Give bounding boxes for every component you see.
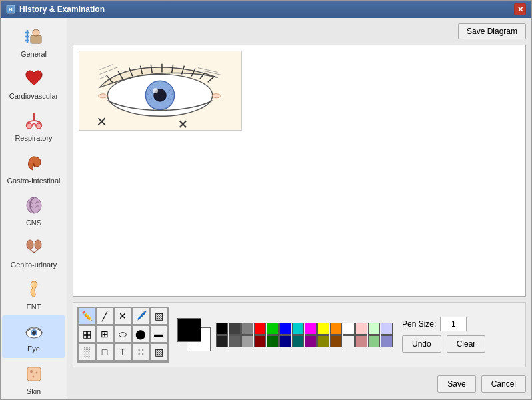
title-bar-left: H History & Examination xyxy=(6,5,105,14)
ent-icon xyxy=(22,277,46,301)
pen-size-area: Pen Size: Undo Clear xyxy=(402,317,485,353)
sidebar-label-general: General xyxy=(21,50,47,59)
grid-tool[interactable]: ⊞ xyxy=(97,326,113,342)
color-swatch[interactable] xyxy=(292,323,304,335)
sidebar-item-eye[interactable]: Eye xyxy=(2,315,65,357)
pattern1-tool[interactable]: ▧ xyxy=(151,308,167,324)
color-swatch[interactable] xyxy=(343,323,355,335)
sidebar-label-cns: CNS xyxy=(26,219,41,227)
color-swatch[interactable] xyxy=(381,335,393,347)
sidebar-item-ent[interactable]: ENT xyxy=(2,273,65,315)
svg-text:H: H xyxy=(9,7,13,13)
color-swatch[interactable] xyxy=(355,323,367,335)
foreground-color-box[interactable] xyxy=(177,318,201,342)
svg-point-10 xyxy=(36,123,41,129)
undo-button[interactable]: Undo xyxy=(402,335,441,353)
gastro-icon xyxy=(22,151,46,175)
sidebar-item-cardiovascular[interactable]: Cardiovascular xyxy=(2,63,65,105)
cross-tool[interactable]: ✕ xyxy=(115,308,131,324)
color-swatch[interactable] xyxy=(229,335,241,347)
close-button[interactable]: ✕ xyxy=(514,3,526,15)
window-title: History & Examination xyxy=(19,5,105,14)
pen-size-label: Pen Size: xyxy=(402,319,436,329)
color-swatch[interactable] xyxy=(330,323,342,335)
pen-size-input[interactable] xyxy=(440,317,467,331)
svg-point-22 xyxy=(30,370,33,373)
sidebar-item-gastro[interactable]: Gastro-intestinal xyxy=(2,147,65,189)
sidebar-label-gastro: Gastro-intestinal xyxy=(7,177,60,185)
current-colors xyxy=(177,318,211,351)
pencil-tool[interactable]: ✏️ xyxy=(79,308,95,324)
eye-icon xyxy=(22,319,46,343)
eraser-tool[interactable]: □ xyxy=(97,344,113,360)
color-swatch[interactable] xyxy=(305,323,317,335)
svg-point-12 xyxy=(27,240,33,249)
ellipse-tool[interactable]: ⬭ xyxy=(115,326,131,342)
sidebar-label-respiratory: Respiratory xyxy=(15,134,52,143)
pattern2-tool[interactable]: ░ xyxy=(79,344,95,360)
svg-point-13 xyxy=(35,240,41,249)
color-swatch[interactable] xyxy=(216,335,228,347)
color-swatch[interactable] xyxy=(330,335,342,347)
color-swatch[interactable] xyxy=(229,323,241,335)
svg-point-20 xyxy=(32,331,33,332)
sidebar-item-cns[interactable]: CNS xyxy=(2,189,65,231)
color-swatch[interactable] xyxy=(343,335,355,347)
fill-tool[interactable]: ▦ xyxy=(79,326,95,342)
bucket-tool[interactable]: ▧ xyxy=(151,344,167,360)
rect-tool[interactable]: ▬ xyxy=(151,326,167,342)
canvas-area[interactable] xyxy=(73,45,526,297)
svg-point-24 xyxy=(32,375,34,377)
main-window: H History & Examination ✕ xyxy=(0,0,532,400)
clear-button[interactable]: Clear xyxy=(447,335,486,353)
color-swatch[interactable] xyxy=(241,335,253,347)
sidebar-item-skin[interactable]: Skin xyxy=(2,358,65,400)
color-swatch[interactable] xyxy=(241,323,253,335)
color-swatch[interactable] xyxy=(267,335,279,347)
color-palette xyxy=(216,323,393,347)
sidebar-item-genito[interactable]: Genito-urinary xyxy=(2,231,65,273)
top-bar: Save Diagram xyxy=(73,23,526,39)
color-swatch[interactable] xyxy=(292,335,304,347)
color-swatch[interactable] xyxy=(317,323,329,335)
line-tool[interactable]: ╱ xyxy=(97,308,113,324)
color-swatch[interactable] xyxy=(317,335,329,347)
spray-tool[interactable]: ∷ xyxy=(133,344,149,360)
text-tool[interactable]: T xyxy=(115,344,131,360)
cardiovascular-icon xyxy=(22,67,46,91)
color-swatch[interactable] xyxy=(368,323,380,335)
color-swatch[interactable] xyxy=(279,323,291,335)
color-swatch[interactable] xyxy=(368,335,380,347)
svg-point-23 xyxy=(35,371,37,373)
color-swatch[interactable] xyxy=(355,335,367,347)
svg-point-16 xyxy=(31,283,34,286)
sidebar: General Cardiovascular xyxy=(1,18,67,399)
color-swatch[interactable] xyxy=(254,323,266,335)
cns-icon xyxy=(22,193,46,217)
save-button[interactable]: Save xyxy=(437,375,475,393)
respiratory-icon xyxy=(22,109,46,133)
eye-diagram xyxy=(79,51,242,131)
color-section xyxy=(177,318,393,351)
sidebar-label-ent: ENT xyxy=(27,303,41,311)
color-swatch[interactable] xyxy=(381,323,393,335)
sidebar-item-respiratory[interactable]: Respiratory xyxy=(2,105,65,147)
pen-tool[interactable]: 🖊️ xyxy=(133,308,149,324)
title-bar: H History & Examination ✕ xyxy=(1,1,531,18)
cancel-button[interactable]: Cancel xyxy=(481,375,526,393)
save-diagram-button[interactable]: Save Diagram xyxy=(458,23,526,39)
content-area: General Cardiovascular xyxy=(1,18,531,399)
pen-size-row: Pen Size: xyxy=(402,317,485,331)
oval-tool[interactable]: ⬤ xyxy=(133,326,149,342)
sidebar-item-general[interactable]: General xyxy=(2,21,65,63)
main-panel: Save Diagram xyxy=(67,18,531,399)
color-swatch[interactable] xyxy=(279,335,291,347)
color-swatch[interactable] xyxy=(216,323,228,335)
color-swatch[interactable] xyxy=(267,323,279,335)
svg-point-9 xyxy=(27,123,32,129)
color-swatch[interactable] xyxy=(305,335,317,347)
toolbar-area: ✏️ ╱ ✕ 🖊️ ▧ ▦ ⊞ ⬭ ⬤ ▬ ░ □ T xyxy=(73,302,526,367)
svg-line-15 xyxy=(34,249,38,253)
tools-row: ✏️ ╱ ✕ 🖊️ ▧ ▦ ⊞ ⬭ ⬤ ▬ ░ □ T xyxy=(77,307,521,363)
color-swatch[interactable] xyxy=(254,335,266,347)
